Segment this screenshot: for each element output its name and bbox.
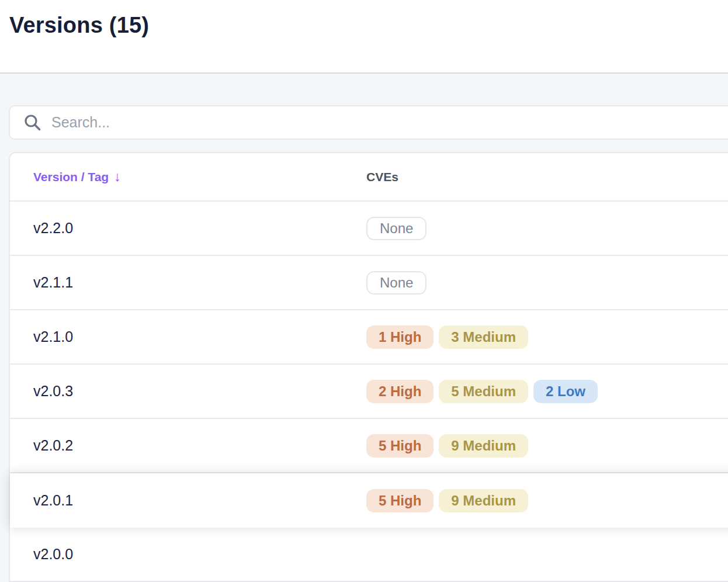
search-box[interactable] [9, 105, 728, 140]
content-area: Version / Tag ↓ CVEs v2.2.0 None v2.1.1 … [0, 74, 728, 582]
cve-badge-medium[interactable]: 9 Medium [439, 434, 528, 458]
table-header-row: Version / Tag ↓ CVEs [10, 153, 728, 202]
sort-descending-icon: ↓ [114, 169, 121, 185]
table-row[interactable]: v2.1.0 1 High3 Medium [10, 310, 728, 365]
column-header-version-tag[interactable]: Version / Tag ↓ [33, 169, 366, 185]
version-cell: v2.2.0 [33, 220, 366, 237]
cve-badge-low[interactable]: 2 Low [533, 380, 598, 403]
cve-badge-medium[interactable]: 9 Medium [439, 489, 528, 512]
cve-badge-high[interactable]: 2 High [366, 380, 434, 403]
table-row[interactable]: v2.0.0 [10, 528, 728, 582]
cve-badge-medium[interactable]: 3 Medium [439, 325, 528, 349]
table-row[interactable]: v2.0.3 2 High5 Medium2 Low [10, 365, 728, 419]
cves-cell: None [366, 217, 728, 240]
table-row[interactable]: v2.0.1 5 High9 Medium [10, 473, 728, 528]
version-cell: v2.0.2 [33, 437, 366, 454]
cve-badge-none[interactable]: None [366, 271, 427, 295]
page-header: Versions (15) [0, 0, 728, 74]
column-header-cves: CVEs [366, 170, 728, 184]
cves-cell: None [366, 271, 728, 295]
table-row[interactable]: v2.2.0 None [10, 202, 728, 256]
table-row[interactable]: v2.0.2 5 High9 Medium [10, 419, 728, 473]
version-cell: v2.0.0 [33, 546, 366, 563]
version-cell: v2.1.1 [33, 274, 366, 291]
cve-badge-high[interactable]: 1 High [366, 325, 434, 349]
search-input[interactable] [50, 113, 728, 131]
cve-badge-none[interactable]: None [366, 217, 427, 240]
version-cell: v2.1.0 [33, 328, 366, 345]
table-row[interactable]: v2.1.1 None [10, 256, 728, 310]
cves-cell: 5 High9 Medium [366, 489, 728, 512]
version-cell: v2.0.3 [33, 383, 366, 400]
cve-badge-high[interactable]: 5 High [366, 434, 434, 458]
version-cell: v2.0.1 [33, 492, 366, 509]
cve-badge-medium[interactable]: 5 Medium [439, 380, 528, 403]
table-body: v2.2.0 None v2.1.1 None v2.1.0 1 High3 M… [10, 202, 728, 582]
cve-badge-high[interactable]: 5 High [366, 489, 434, 512]
versions-table: Version / Tag ↓ CVEs v2.2.0 None v2.1.1 … [9, 152, 728, 582]
cves-cell: 5 High9 Medium [366, 434, 728, 458]
column-header-version-tag-label: Version / Tag [33, 170, 109, 184]
page-title: Versions (15) [9, 13, 719, 38]
search-icon [23, 113, 41, 131]
cves-cell: 2 High5 Medium2 Low [366, 380, 728, 403]
cves-cell: 1 High3 Medium [366, 325, 728, 349]
